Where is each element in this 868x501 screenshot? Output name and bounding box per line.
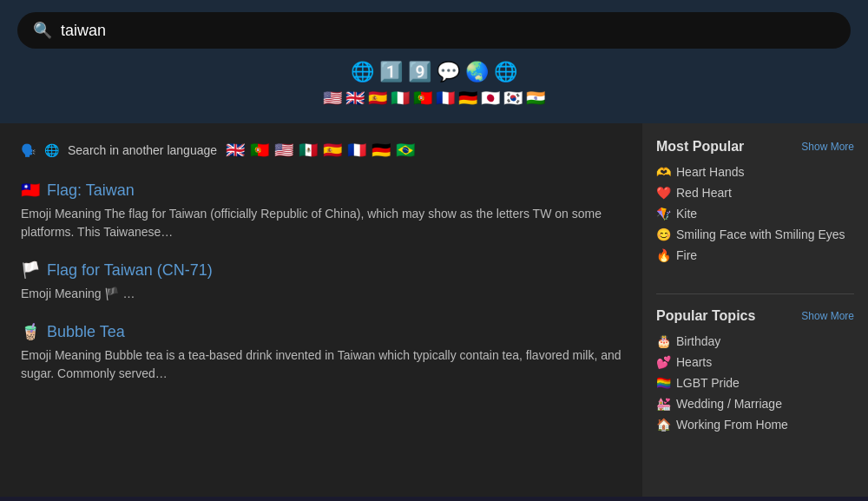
kite-label: Kite bbox=[676, 207, 697, 221]
search-input[interactable] bbox=[61, 22, 835, 40]
result-title-taiwan-flag[interactable]: 🇹🇼 Flag: Taiwan bbox=[21, 181, 621, 200]
lang-flag-gb[interactable]: 🇬🇧 bbox=[226, 141, 245, 160]
flag-es[interactable]: 🇪🇸 bbox=[368, 89, 387, 108]
result-desc-taiwan: Emoji Meaning The flag for Taiwan (offic… bbox=[21, 205, 621, 241]
sidebar-divider bbox=[656, 293, 854, 294]
language-bar-label: Search in another language bbox=[68, 143, 217, 157]
list-item-heart-hands[interactable]: 🫶 Heart Hands bbox=[656, 165, 854, 179]
result-link-bubble-tea[interactable]: Bubble Tea bbox=[47, 323, 125, 341]
earth-asia-icon[interactable]: 🌏 bbox=[465, 61, 489, 83]
kite-emoji: 🪁 bbox=[656, 207, 671, 221]
birthday-emoji: 🎂 bbox=[656, 334, 671, 348]
popular-topics-header: Popular Topics Show More bbox=[656, 308, 854, 324]
flag-gb[interactable]: 🇬🇧 bbox=[345, 89, 365, 108]
result-item-taiwan-flag: 🇹🇼 Flag: Taiwan Emoji Meaning The flag f… bbox=[21, 181, 621, 241]
result-emoji-taiwan: 🇹🇼 bbox=[21, 181, 40, 200]
num-9-icon[interactable]: 9️⃣ bbox=[408, 61, 431, 83]
result-title-cn71[interactable]: 🏳️ Flag for Taiwan (CN-71) bbox=[21, 260, 621, 280]
red-heart-label: Red Heart bbox=[676, 186, 732, 200]
result-desc-cn71: Emoji Meaning 🏴 … bbox=[21, 285, 621, 303]
lgbt-label: LGBT Pride bbox=[676, 376, 740, 390]
language-flags: 🇬🇧 🇵🇹 🇺🇸 🇲🇽 🇪🇸 🇫🇷 🇩🇪 🇧🇷 bbox=[226, 141, 415, 160]
lang-flag-es[interactable]: 🇪🇸 bbox=[323, 141, 342, 160]
most-popular-section: Most Popular Show More 🫶 Heart Hands ❤️ … bbox=[656, 139, 854, 262]
birthday-label: Birthday bbox=[676, 334, 720, 348]
main-content: 🗣️ 🌐 Search in another language 🇬🇧 🇵🇹 🇺🇸… bbox=[0, 123, 868, 497]
heart-hands-emoji: 🫶 bbox=[656, 165, 671, 179]
lgbt-emoji: 🏳️‍🌈 bbox=[656, 376, 671, 390]
most-popular-title: Most Popular bbox=[656, 139, 744, 155]
list-item-kite[interactable]: 🪁 Kite bbox=[656, 207, 854, 221]
result-link-taiwan[interactable]: Flag: Taiwan bbox=[47, 181, 135, 200]
lang-flag-fr[interactable]: 🇫🇷 bbox=[347, 141, 366, 160]
hearts-label: Hearts bbox=[676, 355, 712, 369]
earth-americas-icon[interactable]: 🌐 bbox=[494, 61, 517, 83]
list-item-wedding[interactable]: 💒 Wedding / Marriage bbox=[656, 397, 854, 411]
globe-lang-icon: 🌐 bbox=[44, 143, 59, 157]
search-icon: 🔍 bbox=[33, 21, 52, 40]
popular-topics-list: 🎂 Birthday 💕 Hearts 🏳️‍🌈 LGBT Pride 💒 We… bbox=[656, 334, 854, 432]
wedding-emoji: 💒 bbox=[656, 397, 671, 411]
list-item-lgbt-pride[interactable]: 🏳️‍🌈 LGBT Pride bbox=[656, 376, 854, 390]
result-emoji-bubble-tea: 🧋 bbox=[21, 322, 40, 341]
header-icons: 🌐 1️⃣ 9️⃣ 💬 🌏 🌐 🇺🇸 🇬🇧 🇪🇸 🇮🇹 🇵🇹 🇫🇷 🇩🇪 🇯🇵 … bbox=[17, 61, 851, 108]
result-desc-bubble-tea: Emoji Meaning Bubble tea is a tea-based … bbox=[21, 346, 621, 383]
sidebar: Most Popular Show More 🫶 Heart Hands ❤️ … bbox=[642, 123, 868, 497]
header: 🔍 🌐 1️⃣ 9️⃣ 💬 🌏 🌐 🇺🇸 🇬🇧 🇪🇸 🇮🇹 🇵🇹 🇫🇷 🇩🇪 🇯… bbox=[0, 0, 868, 123]
popular-topics-show-more[interactable]: Show More bbox=[801, 310, 854, 322]
header-flag-row: 🇺🇸 🇬🇧 🇪🇸 🇮🇹 🇵🇹 🇫🇷 🇩🇪 🇯🇵 🇰🇷 🇮🇳 bbox=[323, 89, 545, 108]
flag-jp[interactable]: 🇯🇵 bbox=[481, 89, 500, 108]
heart-hands-label: Heart Hands bbox=[676, 165, 745, 179]
list-item-smiling-face[interactable]: 😊 Smiling Face with Smiling Eyes bbox=[656, 227, 854, 241]
most-popular-list: 🫶 Heart Hands ❤️ Red Heart 🪁 Kite 😊 Smil… bbox=[656, 165, 854, 262]
header-top-icons: 🌐 1️⃣ 9️⃣ 💬 🌏 🌐 bbox=[351, 61, 517, 83]
flag-pt[interactable]: 🇵🇹 bbox=[413, 89, 432, 108]
lang-flag-mx[interactable]: 🇲🇽 bbox=[299, 141, 318, 160]
language-emoji-icon: 🗣️ bbox=[21, 143, 36, 157]
list-item-fire[interactable]: 🔥 Fire bbox=[656, 248, 854, 262]
content-area: 🗣️ 🌐 Search in another language 🇬🇧 🇵🇹 🇺🇸… bbox=[0, 123, 642, 497]
flag-in[interactable]: 🇮🇳 bbox=[526, 89, 545, 108]
lang-flag-pt[interactable]: 🇵🇹 bbox=[250, 141, 269, 160]
lang-flag-de[interactable]: 🇩🇪 bbox=[372, 141, 391, 160]
result-title-bubble-tea[interactable]: 🧋 Bubble Tea bbox=[21, 322, 621, 341]
result-emoji-cn71: 🏳️ bbox=[21, 260, 40, 280]
flag-us[interactable]: 🇺🇸 bbox=[323, 89, 342, 108]
globe-icon[interactable]: 🌐 bbox=[351, 61, 374, 83]
search-bar: 🔍 bbox=[17, 12, 851, 49]
list-item-red-heart[interactable]: ❤️ Red Heart bbox=[656, 186, 854, 200]
flag-kr[interactable]: 🇰🇷 bbox=[503, 89, 523, 108]
list-item-hearts[interactable]: 💕 Hearts bbox=[656, 355, 854, 369]
language-bar: 🗣️ 🌐 Search in another language 🇬🇧 🇵🇹 🇺🇸… bbox=[21, 141, 621, 160]
num-1-icon[interactable]: 1️⃣ bbox=[379, 61, 403, 83]
most-popular-show-more[interactable]: Show More bbox=[801, 141, 854, 153]
red-heart-emoji: ❤️ bbox=[656, 186, 671, 200]
wfh-emoji: 🏠 bbox=[656, 418, 671, 432]
flag-fr[interactable]: 🇫🇷 bbox=[436, 89, 455, 108]
lang-flag-br[interactable]: 🇧🇷 bbox=[396, 141, 415, 160]
result-item-bubble-tea: 🧋 Bubble Tea Emoji Meaning Bubble tea is… bbox=[21, 322, 621, 383]
fire-emoji: 🔥 bbox=[656, 248, 671, 262]
popular-topics-title: Popular Topics bbox=[656, 308, 755, 324]
hearts-emoji: 💕 bbox=[656, 355, 671, 369]
flag-de[interactable]: 🇩🇪 bbox=[458, 89, 477, 108]
fire-label: Fire bbox=[676, 248, 697, 262]
speech-icon[interactable]: 💬 bbox=[437, 61, 460, 83]
flag-it[interactable]: 🇮🇹 bbox=[391, 89, 410, 108]
popular-topics-section: Popular Topics Show More 🎂 Birthday 💕 He… bbox=[656, 308, 854, 432]
wfh-label: Working From Home bbox=[676, 418, 788, 432]
smiling-face-label: Smiling Face with Smiling Eyes bbox=[676, 227, 845, 241]
list-item-working-from-home[interactable]: 🏠 Working From Home bbox=[656, 418, 854, 432]
result-link-cn71[interactable]: Flag for Taiwan (CN-71) bbox=[47, 261, 213, 280]
list-item-birthday[interactable]: 🎂 Birthday bbox=[656, 334, 854, 348]
result-item-cn71: 🏳️ Flag for Taiwan (CN-71) Emoji Meaning… bbox=[21, 260, 621, 303]
lang-flag-us[interactable]: 🇺🇸 bbox=[274, 141, 293, 160]
smiling-face-emoji: 😊 bbox=[656, 227, 671, 241]
wedding-label: Wedding / Marriage bbox=[676, 397, 782, 411]
most-popular-header: Most Popular Show More bbox=[656, 139, 854, 155]
